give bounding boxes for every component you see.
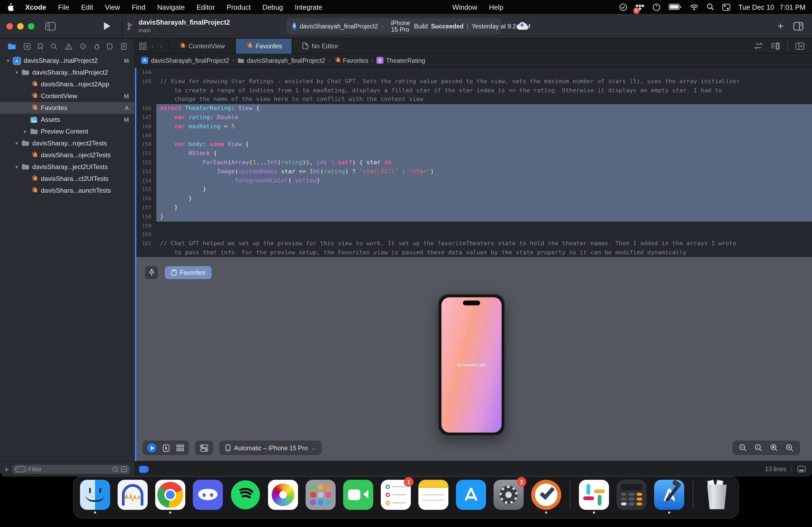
menu-xcode[interactable]: Xcode [19, 3, 52, 11]
tab-contentview[interactable]: ContentView [168, 39, 235, 54]
line-number[interactable]: 145 [135, 77, 156, 86]
sidebar-item-davissharay-ject2uitests[interactable]: ▾davisSharay...ject2UITests [0, 161, 134, 173]
code-line[interactable]: 155 } [135, 185, 812, 195]
line-number[interactable]: 161 [135, 239, 156, 249]
dock-finder[interactable] [80, 480, 110, 514]
menu-product[interactable]: Product [221, 3, 257, 11]
disclosure-right-icon[interactable]: ▸ [21, 129, 29, 134]
filter-options-icon[interactable]: ≡ ⌄ [15, 466, 26, 472]
recent-files-icon[interactable] [112, 466, 118, 472]
menu-edit[interactable]: Edit [75, 3, 99, 11]
dock-audacity[interactable] [118, 480, 148, 514]
cloud-sync-icon[interactable] [516, 21, 529, 31]
code-line[interactable]: 149 [135, 131, 812, 140]
dock-photos[interactable] [268, 480, 298, 514]
line-number[interactable] [135, 86, 156, 95]
code-line[interactable]: to create a range of indices from 1 to m… [135, 86, 812, 95]
issue-navigator-icon[interactable] [65, 43, 72, 50]
code-line[interactable]: 146struct TheaterRating: View { [135, 104, 812, 113]
code-line[interactable]: 152 ForEach(Array(1...Int(rating)), id: … [135, 158, 812, 167]
menu-editor[interactable]: Editor [191, 3, 221, 11]
code-line[interactable]: 159 [135, 221, 812, 230]
code-line[interactable]: 156 } [135, 194, 812, 204]
dock-app-store[interactable] [456, 480, 486, 514]
line-number[interactable]: 147 [135, 113, 156, 122]
code-line[interactable]: 148 var maxRating = 5 [135, 122, 812, 132]
spotlight-search-icon[interactable] [707, 3, 714, 11]
sidebar-item-davisshara-aunchtests[interactable]: davisShara...aunchTests [0, 185, 134, 196]
code-line[interactable]: 151 HStack { [135, 149, 812, 158]
line-indicator-badge[interactable] [139, 466, 149, 472]
editor-layout-icon[interactable] [793, 22, 803, 30]
zoom-window-button[interactable] [28, 23, 34, 29]
dock-calculator[interactable] [617, 480, 647, 514]
line-number[interactable]: 160 [135, 230, 156, 240]
iphone-preview[interactable]: No favorites yet! [438, 293, 505, 436]
minimize-window-button[interactable] [17, 23, 24, 29]
menu-view[interactable]: View [99, 3, 126, 11]
code-line[interactable]: 154 .foregroundColor(.yellow) [135, 176, 812, 185]
dock-reminders[interactable]: 1 [381, 480, 411, 514]
minimap-icon[interactable] [771, 42, 780, 50]
line-number[interactable]: 146 [135, 104, 156, 113]
close-window-button[interactable] [6, 23, 13, 29]
zoom-100-button[interactable]: 1 [755, 444, 763, 452]
test-navigator-icon[interactable] [79, 43, 86, 50]
line-number[interactable] [135, 95, 156, 104]
source-control-filter-icon[interactable] [121, 466, 127, 472]
sidebar-item-assets[interactable]: AssetsM [0, 114, 134, 125]
line-number[interactable]: 150 [135, 140, 156, 149]
run-button[interactable] [103, 21, 111, 31]
dock-launchpad[interactable] [306, 480, 336, 514]
tab-favorites[interactable]: Favorites [235, 39, 292, 54]
line-number[interactable]: 155 [135, 185, 156, 195]
bookmark-navigator-icon[interactable] [38, 43, 43, 50]
code-line[interactable]: 161// Chat GPT helped me set up the prev… [135, 239, 812, 249]
code-line[interactable]: change the name of the view here to not … [135, 95, 812, 104]
project-navigator-icon[interactable] [8, 43, 16, 50]
code-line[interactable]: 160 [135, 230, 812, 240]
breakpoint-navigator-icon[interactable] [107, 43, 114, 50]
menu-help[interactable]: Help [483, 3, 509, 11]
breadcrumb-group[interactable]: davisSharayah_finalProject2 [237, 57, 325, 64]
build-status[interactable]: BuildSucceeded | Yesterday at 9:24 PM [414, 23, 531, 29]
disclosure-down-icon[interactable]: ▾ [4, 58, 12, 63]
dock-spotify[interactable] [230, 480, 260, 514]
breadcrumb-project[interactable]: A davisSharayah_finalProject2 [141, 57, 229, 64]
dock-notes[interactable] [418, 480, 448, 514]
related-items-icon[interactable] [139, 42, 147, 50]
zoom-in-button[interactable] [786, 444, 794, 452]
add-file-button[interactable]: + [4, 465, 9, 473]
debug-navigator-icon[interactable] [94, 43, 100, 50]
line-number[interactable]: 151 [135, 149, 156, 158]
toggle-debug-area-icon[interactable] [798, 466, 806, 472]
zoom-out-button[interactable] [739, 444, 747, 452]
run-destination[interactable]: iPhone 15 Pro [391, 19, 410, 32]
scheme-name[interactable]: davisSharayah_finalProject2 [300, 23, 378, 29]
code-line[interactable]: 150 var body: some View { [135, 140, 812, 149]
line-number[interactable]: 148 [135, 122, 156, 132]
code-line[interactable]: 157 } [135, 204, 812, 212]
line-number[interactable]: 153 [135, 167, 156, 177]
code-line[interactable]: 144 [135, 68, 812, 77]
sidebar-item-davisshara-roject2app[interactable]: davisShara...roject2App [0, 78, 134, 90]
device-settings-button[interactable] [200, 444, 208, 452]
do-not-disturb-icon[interactable] [653, 3, 661, 11]
breadcrumb-file[interactable]: Favorites [333, 57, 368, 64]
menubar-clock[interactable]: Tue Dec 10 7:01 PM [738, 3, 806, 11]
tidal-status-icon[interactable]: 6 [635, 3, 644, 11]
sidebar-item-davisshara-ct2uitests[interactable]: davisShara...ct2UITests [0, 173, 134, 185]
code-line[interactable]: 153 Image(systemName: star <= Int(rating… [135, 167, 812, 177]
selectable-mode-button[interactable] [163, 444, 170, 452]
project-activity-block[interactable]: davisSharayah_finalProject2 main [122, 19, 230, 33]
line-number[interactable]: 157 [135, 204, 156, 212]
sidebar-item-davissharay-roject2tests[interactable]: ▾davisSharay...roject2Tests [0, 137, 134, 149]
sidebar-item-davissharay-finalproject2[interactable]: ▾davisSharay...finalProject2 [0, 66, 134, 78]
forward-button[interactable]: › [158, 42, 164, 50]
disclosure-down-icon[interactable]: ▾ [13, 140, 20, 146]
check-circle-status-icon[interactable] [619, 3, 627, 11]
disclosure-down-icon[interactable]: ▾ [13, 70, 20, 75]
menu-window[interactable]: Window [447, 3, 483, 11]
dock-trash[interactable] [702, 480, 732, 514]
menu-integrate[interactable]: Integrate [289, 3, 329, 11]
